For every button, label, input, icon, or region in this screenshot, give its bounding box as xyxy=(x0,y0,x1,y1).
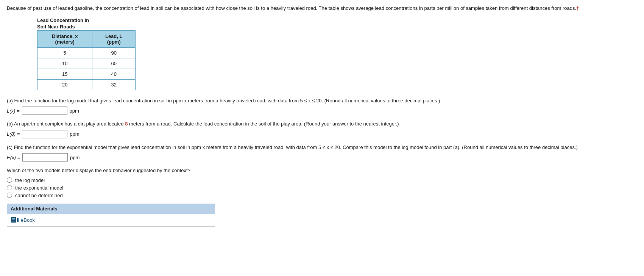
intro-text: Because of past use of leaded gasoline, … xyxy=(7,5,637,12)
distance-cell: 15 xyxy=(37,69,92,79)
lead-cell: 60 xyxy=(92,58,136,69)
radio-opt3[interactable] xyxy=(7,193,12,198)
part-a-input[interactable] xyxy=(22,107,67,115)
radio-label-opt3: cannot be determined xyxy=(15,193,63,198)
part-a-section: (a) Find the function for the log model … xyxy=(7,97,632,115)
table-title-line1: Lead Concentration in xyxy=(37,17,637,23)
ebook-icon xyxy=(11,217,19,223)
col2-header: Lead, L (ppm) xyxy=(92,30,136,47)
radio-label-opt2: the exponential model xyxy=(15,185,63,191)
radio-item-opt2: the exponential model xyxy=(7,185,632,191)
col1-header: Distance, x (meters) xyxy=(37,30,92,47)
part-b-label: L(8) = xyxy=(7,131,20,137)
part-b-answer-row: L(8) = ppm xyxy=(7,130,632,138)
which-model-section: Which of the two models better displays … xyxy=(7,167,632,198)
svg-rect-1 xyxy=(17,218,19,222)
part-c-unit: ppm xyxy=(70,155,80,160)
radio-opt1[interactable] xyxy=(7,177,12,183)
part-c-input[interactable] xyxy=(22,153,68,162)
radio-opt2[interactable] xyxy=(7,185,12,190)
part-b-text: (b) An apartment complex has a dirt play… xyxy=(7,120,632,128)
radio-group: the log modelthe exponential modelcannot… xyxy=(7,177,632,198)
table-row: 590 xyxy=(37,47,136,58)
distance-cell: 10 xyxy=(37,58,92,69)
part-c-answer-row: E(x) = ppm xyxy=(7,153,632,162)
distance-cell: 5 xyxy=(37,47,92,58)
which-model-question: Which of the two models better displays … xyxy=(7,167,632,174)
ebook-label: eBook xyxy=(21,217,35,223)
lead-cell: 40 xyxy=(92,69,136,79)
dagger-link[interactable]: † xyxy=(576,5,579,11)
part-c-label: E(x) = xyxy=(7,155,20,160)
table-section: Lead Concentration in Soil Near Roads Di… xyxy=(37,17,637,90)
table-title-line2: Soil Near Roads xyxy=(37,24,637,30)
ebook-section: eBook xyxy=(7,214,215,227)
lead-cell: 90 xyxy=(92,47,136,58)
radio-label-opt1: the log model xyxy=(15,177,45,183)
part-b-unit: ppm xyxy=(70,131,79,137)
part-c-text: (c) Find the function for the exponentia… xyxy=(7,144,632,151)
part-a-label: L(x) = xyxy=(7,108,20,114)
part-c-section: (c) Find the function for the exponentia… xyxy=(7,144,632,162)
data-table: Distance, x (meters) Lead, L (ppm) 59010… xyxy=(37,30,136,90)
part-b-input[interactable] xyxy=(22,130,67,138)
part-a-text: (a) Find the function for the log model … xyxy=(7,97,632,105)
part-a-answer-row: L(x) = ppm xyxy=(7,107,632,115)
additional-materials-heading: Additional Materials xyxy=(7,204,215,214)
table-row: 1060 xyxy=(37,58,136,69)
part-a-unit: ppm xyxy=(70,108,79,114)
distance-cell: 20 xyxy=(37,79,92,90)
table-row: 2032 xyxy=(37,79,136,90)
radio-item-opt3: cannot be determined xyxy=(7,193,632,198)
radio-item-opt1: the log model xyxy=(7,177,632,183)
table-row: 1540 xyxy=(37,69,136,79)
part-b-section: (b) An apartment complex has a dirt play… xyxy=(7,120,632,138)
lead-cell: 32 xyxy=(92,79,136,90)
ebook-link[interactable]: eBook xyxy=(11,217,211,223)
